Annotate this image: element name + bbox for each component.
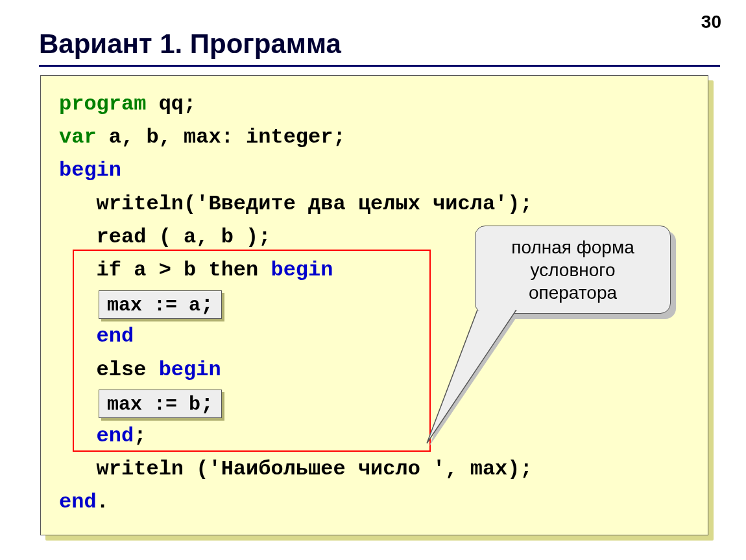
code-text: a, b, max: integer; — [97, 125, 346, 149]
kw-begin: begin — [59, 158, 121, 182]
chip-semicolon: ; — [200, 292, 213, 317]
code-text: qq; — [146, 92, 196, 116]
code-chip-max-a: max := a; — [99, 290, 222, 319]
code-chip-max-b: max := b; — [99, 390, 222, 418]
chip-text: max := a — [107, 294, 200, 316]
kw-program: program — [59, 92, 146, 116]
slide-title: Вариант 1. Программа — [39, 29, 341, 60]
chip-text: max := b — [107, 393, 200, 415]
title-divider — [39, 65, 720, 67]
highlight-frame — [73, 250, 431, 452]
callout-box: полная форма условного оператора — [475, 226, 671, 314]
svg-marker-1 — [427, 310, 516, 443]
kw-end: end — [59, 490, 97, 514]
kw-var: var — [59, 125, 97, 149]
code-text: writeln('Введите два целых числа'); — [59, 192, 533, 216]
code-text: read ( a, b ); — [59, 225, 271, 249]
code-text: . — [97, 490, 109, 514]
code-text: writeln ('Наибольшее число ', max); — [59, 457, 533, 481]
page-number: 30 — [701, 12, 721, 32]
chip-semicolon: ; — [200, 391, 213, 416]
callout-tail-icon — [415, 310, 532, 452]
